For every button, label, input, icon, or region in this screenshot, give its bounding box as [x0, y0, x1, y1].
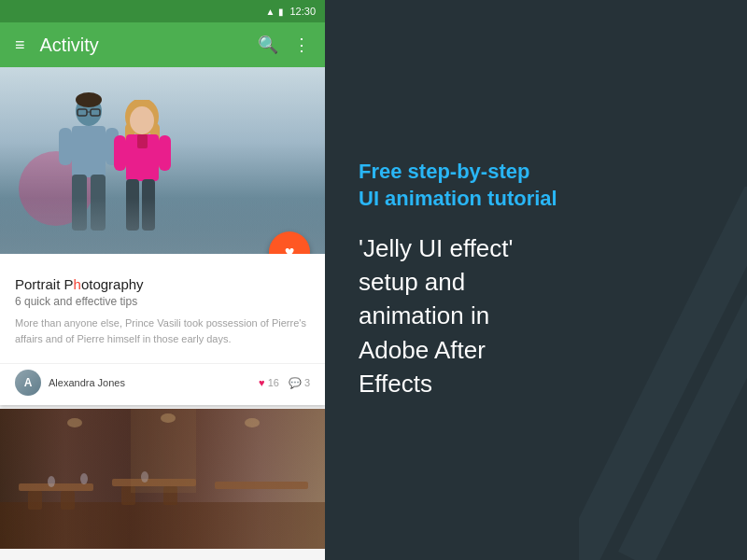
card-stats: ♥ 16 💬 3: [259, 377, 310, 389]
svg-rect-15: [137, 134, 148, 148]
main-line5: Effects: [359, 370, 432, 398]
svg-rect-4: [72, 126, 106, 177]
comment-icon: 💬: [289, 377, 302, 389]
main-line1: 'Jelly UI effect': [359, 234, 514, 262]
likes-heart-icon: ♥: [259, 377, 265, 388]
card-footer: A Alexandra Jones ♥ 16 💬 3: [0, 363, 325, 405]
main-line4: Adobe After: [359, 336, 486, 364]
svg-point-13: [130, 106, 154, 134]
card-image-container: ♥: [0, 67, 325, 254]
restaurant-card: [0, 409, 325, 549]
couple-photo: [0, 67, 325, 254]
card-title: Portrait Photography: [15, 276, 310, 292]
status-icons: ▲ ▮: [266, 7, 285, 17]
restaurant-photo: [0, 409, 325, 549]
svg-rect-16: [114, 135, 126, 171]
main-line2: setup and: [359, 268, 465, 296]
article-card: ♥ Portrait Photography 6 quick and effec…: [0, 67, 325, 405]
likes-count: 16: [268, 377, 279, 388]
decorative-lines: [579, 187, 747, 560]
app-title: Activity: [40, 35, 243, 56]
phone-content: ♥ Portrait Photography 6 quick and effec…: [0, 67, 325, 560]
status-time: 12:30: [289, 6, 316, 17]
subtitle-line1: Free step-by-step: [359, 160, 529, 183]
comments-stat: 💬 3: [289, 377, 310, 389]
search-icon[interactable]: 🔍: [258, 35, 278, 55]
subtitle-line2: UI animation tutorial: [359, 187, 557, 210]
card-text: More than anyone else, Prince Vasili too…: [15, 315, 310, 346]
main-line3: animation in: [359, 301, 489, 329]
svg-point-9: [76, 92, 102, 107]
signal-icon: ▲: [266, 7, 275, 17]
comments-count: 3: [304, 377, 310, 388]
card-title-text: Portrait P: [15, 276, 74, 292]
avatar-initial: A: [24, 376, 33, 389]
card-body: Portrait Photography 6 quick and effecti…: [0, 254, 325, 363]
status-bar: ▲ ▮ 12:30: [0, 0, 325, 22]
card-title-highlight: h: [74, 276, 81, 292]
app-bar: ≡ Activity 🔍 ⋮: [0, 22, 325, 67]
more-options-icon[interactable]: ⋮: [293, 35, 310, 55]
battery-icon: ▮: [278, 7, 284, 17]
author-avatar: A: [15, 370, 41, 396]
right-panel: Free step-by-step UI animation tutorial …: [325, 0, 747, 560]
card-subtitle: 6 quick and effective tips: [15, 295, 310, 308]
restaurant-interior: [0, 409, 325, 549]
card-title-rest: otography: [81, 276, 144, 292]
author-name: Alexandra Jones: [49, 377, 259, 388]
heart-icon: ♥: [285, 243, 295, 255]
menu-icon[interactable]: ≡: [15, 35, 25, 55]
app-bar-actions: 🔍 ⋮: [258, 35, 310, 55]
svg-rect-5: [59, 128, 72, 165]
phone-mockup: ▲ ▮ 12:30 ≡ Activity 🔍 ⋮: [0, 0, 325, 560]
likes-stat: ♥ 16: [259, 377, 279, 388]
svg-rect-17: [159, 135, 171, 171]
